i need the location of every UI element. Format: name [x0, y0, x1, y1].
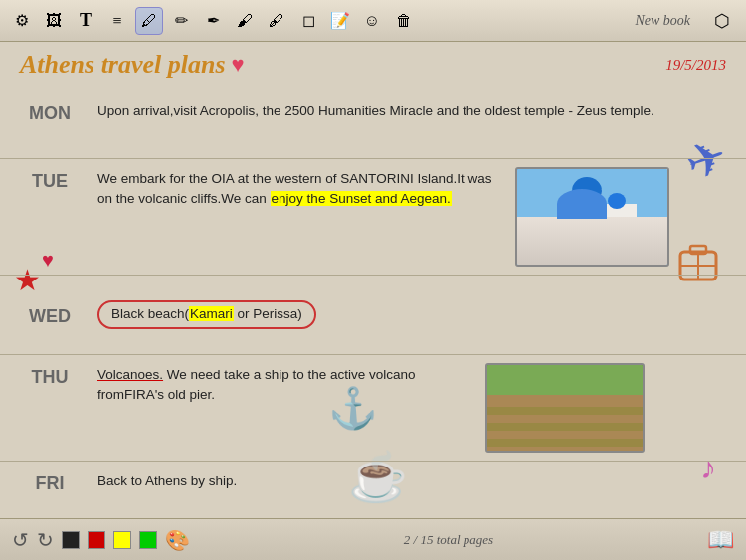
day-label-mon: MON: [0, 99, 90, 124]
day-content-wed: Black beach(Kamari or Perissa): [90, 298, 746, 330]
delete-button[interactable]: 🗑: [390, 7, 418, 35]
svg-rect-6: [567, 204, 637, 244]
page-date: 19/5/2013: [665, 57, 726, 74]
color-swatch-red[interactable]: [88, 531, 105, 549]
palette-button[interactable]: 🎨: [165, 528, 190, 552]
svg-point-8: [572, 177, 602, 205]
day-label-thu: THU: [0, 363, 90, 388]
undo-button[interactable]: ↺: [12, 528, 29, 552]
svg-rect-12: [487, 395, 645, 453]
svg-rect-4: [517, 169, 669, 229]
export-button[interactable]: ⬡: [706, 7, 738, 35]
wed-circled-text: Black beach(Kamari or Perissa): [97, 300, 316, 328]
redo-button[interactable]: ↻: [37, 528, 54, 552]
row-tue: TUE We embark for the OIA at the western…: [0, 159, 746, 276]
main-content: Athens travel plans ♥ 19/5/2013 ✈ ★ ♥ ⚓ …: [0, 42, 746, 560]
toolbar: ⚙ 🖼 T ≡ 🖊 ✏ ✒ 🖌 🖋 ◻ 📝 ☺ 🗑 New book ⬡: [0, 0, 746, 42]
title-area: Athens travel plans ♥ 19/5/2013: [20, 50, 726, 80]
eraser-button[interactable]: ◻: [294, 7, 322, 35]
day-content-mon: Upon arrival,visit Acropolis, the 2500 H…: [90, 99, 746, 123]
svg-rect-7: [572, 189, 602, 209]
tue-highlight: enjoy the Sunset and Aegean.: [271, 191, 452, 206]
day-content-tue: We embark for the OIA at the western of …: [90, 167, 507, 212]
row-thu: THU Volcanoes. We need take a ship to th…: [0, 355, 746, 462]
page-title: Athens travel plans: [20, 50, 226, 80]
marker-button[interactable]: 🖋: [263, 7, 290, 35]
color-swatch-black[interactable]: [62, 531, 80, 549]
book-button[interactable]: 📖: [707, 527, 734, 553]
schedule: MON Upon arrival,visit Acropolis, the 25…: [0, 92, 746, 518]
wed-highlight-kamari: Kamari: [189, 306, 234, 321]
day-label-fri: FRI: [0, 469, 90, 494]
day-label-tue: TUE: [0, 167, 90, 192]
day-label-wed: WED: [0, 302, 90, 327]
sticker-button[interactable]: ☺: [358, 7, 386, 35]
pencil-button[interactable]: ✒: [199, 7, 227, 35]
svg-rect-5: [517, 229, 669, 267]
color-swatch-green[interactable]: [139, 531, 157, 549]
santorini-image: [515, 167, 669, 267]
page-info: 2 / 15 total pages: [198, 532, 699, 548]
text-button[interactable]: T: [72, 7, 99, 35]
brush-button[interactable]: 🖌: [231, 7, 259, 35]
day-content-fri: Back to Athens by ship.: [90, 469, 746, 493]
fri-text: Back to Athens by ship.: [97, 473, 237, 488]
svg-point-13: [542, 442, 592, 453]
settings-button[interactable]: ⚙: [8, 7, 36, 35]
edit-button[interactable]: 📝: [326, 7, 354, 35]
pen2-button[interactable]: ✏: [167, 7, 195, 35]
svg-rect-10: [517, 241, 669, 244]
heart-decoration: ♥: [232, 52, 245, 78]
image-button[interactable]: 🖼: [40, 7, 68, 35]
color-swatch-yellow[interactable]: [113, 531, 131, 549]
day-content-thu: Volcanoes. We need take a ship to the ac…: [90, 363, 477, 408]
row-wed: WED Black beach(Kamari or Perissa): [0, 276, 746, 355]
book-title: New book: [635, 13, 690, 29]
svg-point-9: [608, 193, 626, 209]
row-mon: MON Upon arrival,visit Acropolis, the 25…: [0, 92, 746, 159]
list-button[interactable]: ≡: [103, 7, 131, 35]
bottom-toolbar: ↺ ↻ 🎨 2 / 15 total pages 📖: [0, 518, 746, 560]
pen-button[interactable]: 🖊: [135, 7, 163, 35]
svg-rect-11: [487, 365, 645, 405]
amphitheater-image: [485, 363, 645, 453]
thu-underline: Volcanoes.: [97, 367, 163, 382]
mon-text: Upon arrival,visit Acropolis, the 2500 H…: [97, 103, 654, 118]
